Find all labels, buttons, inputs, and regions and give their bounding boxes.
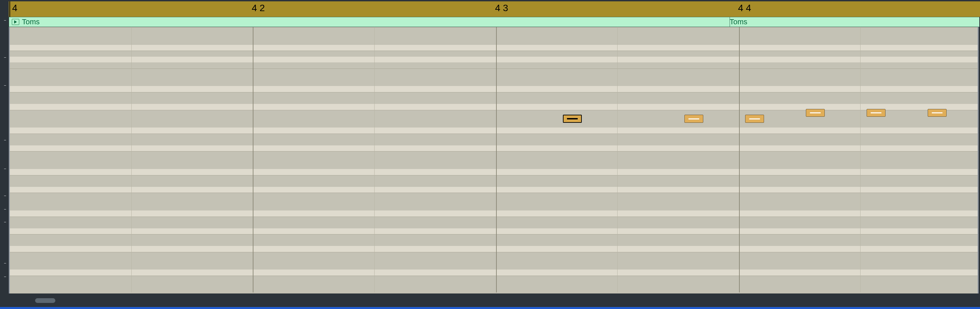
horizontal-scrollbar-track[interactable] [9,295,980,305]
pitch-row[interactable] [10,92,978,98]
pitch-row[interactable] [10,252,978,258]
pitch-row[interactable] [10,157,978,163]
clip-name: Toms [22,17,40,26]
gridline-sub [374,27,375,293]
beat-label: 4 4 [738,3,751,14]
svg-marker-0 [14,20,17,24]
pitch-row[interactable] [10,122,978,128]
note-velocity-indicator [749,119,760,119]
pitch-row[interactable] [10,181,978,187]
gridline-sub [617,27,617,293]
pitch-row[interactable] [10,68,978,74]
horizontal-scrollbar-thumb[interactable] [35,298,55,303]
pitch-row[interactable] [10,98,978,104]
midi-note[interactable] [563,115,582,123]
pitch-row[interactable] [10,133,978,139]
pitch-row[interactable] [10,264,978,270]
note-pitch-gutter [0,0,9,309]
bar-label: 4 [12,3,18,14]
pitch-row[interactable] [10,127,978,133]
pitch-row[interactable] [10,116,978,122]
midi-note[interactable] [745,115,764,123]
pitch-row[interactable] [10,80,978,86]
midi-note[interactable] [867,109,886,117]
pitch-row[interactable] [10,151,978,157]
pitch-row[interactable] [10,276,978,282]
pitch-row[interactable] [10,74,978,80]
clip-header[interactable]: Toms Toms [9,17,979,27]
midi-note[interactable] [684,115,703,123]
beat-label: 4 3 [495,3,508,14]
pitch-row[interactable] [10,110,978,116]
pitch-row[interactable] [10,175,978,181]
gridline-beat [739,27,740,293]
pitch-row[interactable] [10,199,978,205]
note-velocity-indicator [810,113,821,113]
pitch-row[interactable] [10,39,978,45]
pitch-row[interactable] [10,45,978,51]
pitch-row[interactable] [10,282,978,288]
gridline-beat [253,27,253,293]
midi-note[interactable] [928,109,947,117]
pitch-row[interactable] [10,269,978,276]
pitch-row[interactable] [10,258,978,264]
pitch-row[interactable] [10,211,978,217]
pitch-row[interactable] [10,187,978,193]
pitch-row[interactable] [10,228,978,235]
pitch-row[interactable] [10,146,978,152]
pitch-row[interactable] [10,222,978,228]
pitch-row[interactable] [10,86,978,92]
pitch-row[interactable] [10,33,978,39]
clip-play-button[interactable] [12,19,19,25]
midi-note[interactable] [806,109,825,117]
note-velocity-indicator [932,113,943,113]
gridline-beat [496,27,497,293]
pitch-row[interactable] [10,287,978,293]
gridline-sub [860,27,861,293]
pitch-row[interactable] [10,51,978,57]
pitch-row[interactable] [10,169,978,175]
pitch-row[interactable] [10,193,978,199]
note-velocity-indicator [689,119,699,119]
pitch-row[interactable] [10,139,978,146]
pitch-row[interactable] [10,57,978,63]
note-velocity-indicator [871,113,881,113]
pitch-row[interactable] [10,240,978,246]
clip-name-loop: Toms [730,17,748,26]
gridline-sub [131,27,132,293]
bar-marker [10,2,10,17]
pitch-row[interactable] [10,246,978,252]
pitch-row[interactable] [10,163,978,170]
window-accent-bar [0,307,980,309]
piano-roll[interactable] [9,27,978,293]
pitch-row[interactable] [10,62,978,68]
pitch-row[interactable] [10,234,978,240]
note-velocity-indicator [567,118,578,119]
pitch-row[interactable] [10,104,978,110]
pitch-row[interactable] [10,217,978,223]
beat-label: 4 2 [252,3,265,14]
timeline-ruler[interactable]: 4 4 2 4 3 4 4 [9,2,980,17]
pitch-row[interactable] [10,204,978,211]
loop-marker[interactable] [730,17,730,27]
pitch-row[interactable] [10,27,978,33]
